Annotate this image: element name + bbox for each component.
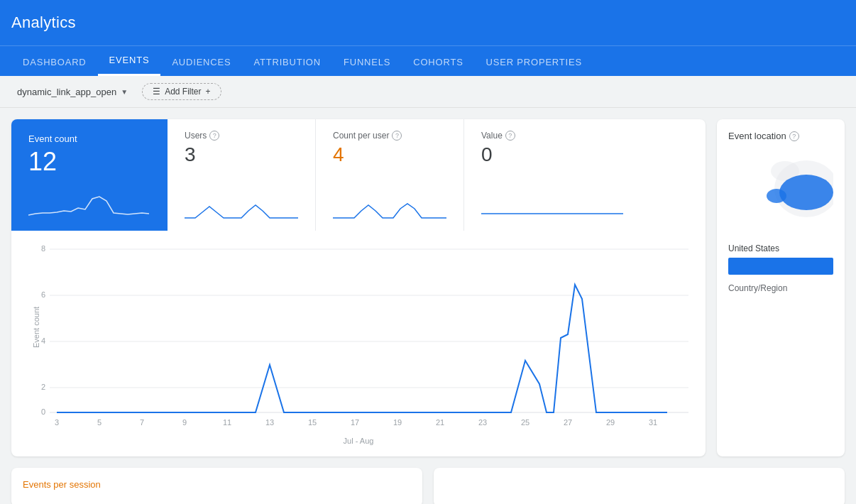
- svg-text:15: 15: [308, 418, 317, 427]
- svg-text:31: 31: [649, 418, 657, 427]
- count-per-user-value: 4: [333, 143, 446, 166]
- nav-attribution[interactable]: ATTRIBUTION: [242, 48, 332, 76]
- users-stat: Users ? 3: [168, 119, 316, 231]
- main-chart-area: Event count 8 6 4 2 0 3 5 7: [11, 231, 706, 456]
- map-svg: [728, 150, 833, 235]
- right-panel: Event location ? United States Country/R…: [717, 119, 845, 456]
- event-count-value: 12: [28, 147, 150, 177]
- add-filter-button[interactable]: ☰ Add Filter +: [142, 83, 221, 100]
- location-help-icon[interactable]: ?: [789, 131, 799, 141]
- users-mini-chart: [185, 191, 298, 219]
- svg-text:3: 3: [55, 418, 59, 427]
- count-per-user-mini-chart: [333, 191, 446, 219]
- y-axis-label: Event count: [32, 307, 40, 348]
- event-location-title: Event location ?: [728, 131, 833, 141]
- events-per-session-title: Events per session: [23, 479, 411, 490]
- header: Analytics: [0, 0, 856, 45]
- nav-funnels[interactable]: FUNNELS: [332, 48, 402, 76]
- events-per-session-card: Events per session: [11, 468, 422, 504]
- svg-text:27: 27: [564, 418, 572, 427]
- country-bar-container: [728, 258, 833, 275]
- svg-text:13: 13: [265, 418, 274, 427]
- svg-text:7: 7: [140, 418, 144, 427]
- app-title: Analytics: [11, 13, 76, 32]
- svg-text:29: 29: [606, 418, 615, 427]
- value-help-icon[interactable]: ?: [505, 131, 515, 141]
- svg-text:19: 19: [393, 418, 402, 427]
- chevron-down-icon: ▼: [121, 88, 128, 96]
- users-value: 3: [185, 143, 298, 166]
- country-row: United States: [728, 243, 833, 253]
- x-axis-label: Jul - Aug: [28, 437, 688, 445]
- event-count-mini-chart: [28, 188, 150, 217]
- nav-cohorts[interactable]: COHORTS: [402, 48, 474, 76]
- map-container: [728, 150, 833, 235]
- stats-top: Event count 12 Users ? 3: [11, 119, 706, 231]
- event-count-label: Event count: [28, 133, 150, 144]
- add-filter-label: Add Filter: [165, 87, 201, 97]
- svg-text:2: 2: [41, 383, 45, 391]
- svg-text:25: 25: [521, 418, 529, 427]
- event-selector[interactable]: dynamic_link_app_open ▼: [11, 84, 133, 100]
- svg-text:8: 8: [41, 244, 45, 253]
- value-value: 0: [481, 143, 688, 166]
- svg-text:23: 23: [478, 418, 487, 427]
- count-per-user-label: Count per user ?: [333, 131, 446, 141]
- count-per-user-stat: Count per user ? 4: [316, 119, 464, 231]
- svg-point-30: [779, 175, 833, 210]
- nav-dashboard[interactable]: DASHBOARD: [11, 48, 98, 76]
- event-count-box: Event count 12: [11, 119, 168, 231]
- count-per-user-help-icon[interactable]: ?: [392, 131, 402, 141]
- svg-text:17: 17: [351, 418, 359, 427]
- users-label: Users ?: [185, 131, 298, 141]
- main-chart-svg: 8 6 4 2 0 3 5 7 9 11 13 15 17 19 21 23 2…: [28, 242, 696, 434]
- svg-text:0: 0: [41, 407, 45, 416]
- stats-panel: Event count 12 Users ? 3: [11, 119, 706, 456]
- filter-icon: ☰: [153, 87, 160, 97]
- event-name: dynamic_link_app_open: [17, 87, 116, 97]
- country-bar: [728, 258, 833, 275]
- bottom-card-2: [434, 468, 845, 504]
- svg-text:11: 11: [223, 418, 231, 427]
- users-help-icon[interactable]: ?: [209, 131, 219, 141]
- value-mini-chart: [481, 191, 688, 219]
- country-name: United States: [728, 243, 785, 253]
- svg-text:5: 5: [97, 418, 101, 427]
- main-content: Event count 12 Users ? 3: [0, 108, 856, 468]
- value-stat: Value ? 0: [464, 119, 706, 231]
- nav-user-properties[interactable]: USER PROPERTIES: [475, 48, 593, 76]
- svg-text:6: 6: [41, 290, 45, 299]
- add-icon: +: [205, 87, 210, 97]
- value-label: Value ?: [481, 131, 688, 141]
- svg-text:21: 21: [436, 418, 444, 427]
- svg-text:9: 9: [182, 418, 187, 427]
- bottom-section: Events per session: [0, 468, 856, 504]
- svg-text:4: 4: [41, 336, 45, 345]
- nav-events[interactable]: EVENTS: [98, 46, 161, 76]
- filter-bar: dynamic_link_app_open ▼ ☰ Add Filter +: [0, 76, 856, 108]
- main-nav: DASHBOARD EVENTS AUDIENCES ATTRIBUTION F…: [0, 45, 856, 76]
- country-region-label: Country/Region: [728, 283, 833, 293]
- nav-audiences[interactable]: AUDIENCES: [160, 48, 242, 76]
